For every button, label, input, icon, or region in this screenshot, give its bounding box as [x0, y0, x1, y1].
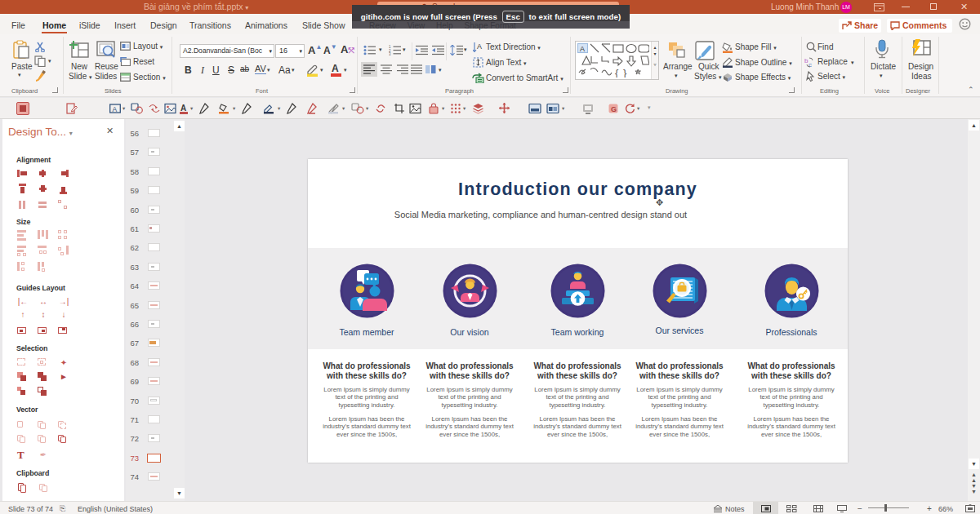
svg-text:}: } [623, 67, 627, 78]
svg-text:A: A [113, 105, 118, 113]
svg-text:A: A [477, 42, 482, 51]
svg-text:{: { [615, 67, 619, 78]
svg-text:3: 3 [389, 52, 391, 55]
svg-text:A: A [580, 45, 585, 53]
svg-text:G: G [611, 105, 617, 113]
